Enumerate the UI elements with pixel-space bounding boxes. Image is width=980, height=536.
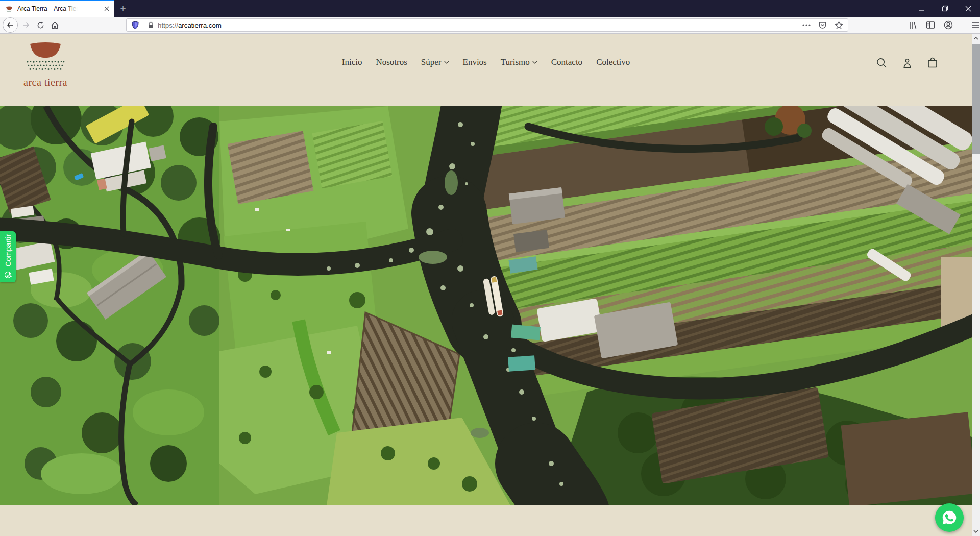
share-label: Compartir — [4, 234, 12, 267]
account-person-icon[interactable] — [900, 56, 914, 69]
sidebar-toggle-icon[interactable] — [923, 18, 938, 32]
left-farm-zone — [0, 106, 220, 505]
library-icon[interactable] — [905, 18, 920, 32]
bookmark-star-icon[interactable] — [835, 21, 843, 30]
logo-text: arca tierra — [22, 77, 69, 88]
menu-icon[interactable] — [968, 18, 980, 32]
forward-button[interactable] — [19, 18, 33, 32]
page-viewport: arca tierra Inicio Nosotros Súper Envíos… — [0, 34, 980, 536]
tab-bar: Arca Tierra – Arca Tierra | Alime + — [0, 0, 980, 17]
whatsapp-fab-button[interactable] — [935, 503, 964, 532]
window-minimize-icon[interactable] — [910, 0, 933, 17]
window-close-icon[interactable] — [957, 0, 980, 17]
back-button[interactable] — [3, 17, 18, 33]
pocket-icon[interactable] — [818, 21, 827, 30]
window-restore-icon[interactable] — [933, 0, 957, 17]
scrollbar-thumb[interactable] — [972, 44, 980, 154]
header-action-icons — [875, 56, 939, 69]
nav-item-contacto[interactable]: Contacto — [551, 57, 582, 67]
hero-aerial-photo — [0, 106, 972, 505]
nav-item-inicio[interactable]: Inicio — [342, 57, 362, 67]
nav-item-nosotros[interactable]: Nosotros — [376, 57, 407, 67]
below-hero-strip — [0, 505, 972, 536]
whatsapp-icon — [4, 270, 13, 279]
navigation-toolbar: https://arcatierra.com — [0, 17, 980, 34]
scroll-down-icon[interactable] — [972, 527, 980, 536]
main-navigation: Inicio Nosotros Súper Envíos Turismo Con… — [342, 57, 630, 67]
page-scrollbar[interactable] — [972, 34, 980, 536]
nav-item-super[interactable]: Súper — [421, 57, 449, 67]
new-tab-button[interactable]: + — [114, 0, 132, 17]
whatsapp-share-button[interactable]: Compartir — [0, 231, 16, 282]
lock-icon — [148, 21, 154, 29]
url-text: https://arcatierra.com — [158, 21, 222, 29]
nav-item-turismo[interactable]: Turismo — [501, 57, 537, 67]
address-bar[interactable]: https://arcatierra.com — [126, 18, 848, 32]
window-controls — [910, 0, 980, 17]
logo-dots-icon — [26, 60, 65, 72]
hero-image — [0, 106, 972, 505]
account-icon[interactable] — [941, 18, 955, 32]
home-button[interactable] — [47, 18, 62, 32]
toolbar-right-icons — [905, 18, 980, 32]
site-logo[interactable]: arca tierra — [22, 42, 69, 88]
tab-close-icon[interactable] — [102, 4, 111, 13]
nav-item-envios[interactable]: Envíos — [462, 57, 486, 67]
nav-item-colectivo[interactable]: Colectivo — [596, 57, 630, 67]
search-icon[interactable] — [875, 56, 888, 69]
browser-tab[interactable]: Arca Tierra – Arca Tierra | Alime — [0, 0, 114, 17]
chevron-down-icon — [444, 61, 449, 64]
scroll-up-icon[interactable] — [972, 34, 980, 43]
logo-bowl-icon — [29, 42, 62, 58]
tracking-shield-icon[interactable] — [131, 21, 139, 30]
site-favicon-icon — [5, 5, 13, 13]
whatsapp-icon — [941, 509, 958, 526]
cart-bag-icon[interactable] — [926, 56, 939, 69]
chevron-down-icon — [532, 61, 537, 64]
tab-title: Arca Tierra – Arca Tierra | Alime — [17, 5, 78, 13]
reload-button[interactable] — [33, 18, 47, 32]
page-actions-icon[interactable] — [802, 24, 811, 26]
site-header: arca tierra Inicio Nosotros Súper Envíos… — [0, 34, 972, 106]
